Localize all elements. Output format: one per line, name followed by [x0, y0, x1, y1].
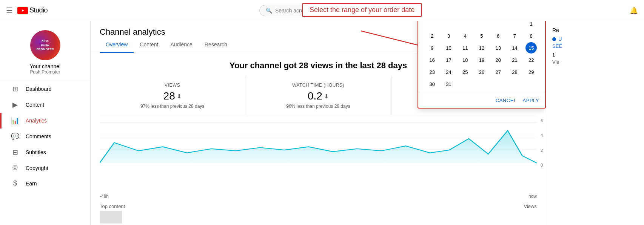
cal-day-9[interactable]: 9: [427, 42, 438, 54]
cal-day-15[interactable]: 15: [525, 42, 537, 54]
analytics-icon: 📊: [11, 116, 20, 125]
dashboard-icon: ⊞: [11, 85, 20, 93]
time-start-label: -48h: [100, 194, 109, 199]
top-content-label: Top content: [100, 204, 125, 209]
cal-day-3[interactable]: 3: [443, 30, 454, 41]
cal-day-28[interactable]: 28: [509, 66, 520, 78]
tab-audience[interactable]: Audience: [164, 37, 198, 53]
search-bar[interactable]: 🔍: [259, 5, 418, 16]
cal-day-22[interactable]: 22: [525, 54, 537, 66]
sidebar-item-comments[interactable]: 💬 Comments: [0, 129, 90, 144]
cal-day-8[interactable]: 8: [525, 30, 537, 41]
views-col-label: Views: [524, 204, 537, 209]
analytics-title: Channel analytics: [100, 27, 165, 37]
watch-time-value: 0.2 ⬇: [251, 90, 385, 102]
date-range-container: 7/15/23 – Aug 11, 2023 28 days selected …: [418, 21, 546, 109]
hamburger-icon[interactable]: ☰: [6, 6, 13, 15]
sidebar-label-earn: Earn: [26, 181, 37, 187]
cal-day-6[interactable]: 6: [493, 30, 504, 41]
cal-day-1[interactable]: 1: [525, 21, 537, 29]
views-down-icon: ⬇: [177, 93, 182, 100]
comments-icon: 💬: [11, 132, 20, 141]
cal-day-12[interactable]: 12: [476, 42, 487, 54]
cal-day-17[interactable]: 17: [443, 54, 454, 66]
cal-empty-2: [443, 21, 454, 29]
calendar: JUL 2023 S M T W T F S: [418, 21, 545, 93]
sidebar-label-analytics: Analytics: [26, 118, 47, 124]
search-input[interactable]: [275, 8, 411, 14]
sidebar-item-analytics[interactable]: 📊 Analytics: [0, 113, 90, 129]
reach-section-title: Re: [552, 27, 638, 33]
cal-day-25[interactable]: 25: [459, 66, 471, 78]
sidebar-item-copyright[interactable]: © Copyright: [0, 160, 90, 176]
cal-day-5[interactable]: 5: [476, 30, 487, 41]
cal-day-10[interactable]: 10: [443, 42, 454, 54]
cal-day-18[interactable]: 18: [459, 54, 471, 66]
top-content-thumbnail-area: [91, 209, 546, 225]
see-more-link[interactable]: SEE: [552, 43, 638, 49]
topbar: ☰ Studio 🔍 Select the range of your orde…: [0, 0, 644, 21]
tab-research[interactable]: Research: [199, 37, 233, 53]
sidebar-item-dashboard[interactable]: ⊞ Dashboard: [0, 81, 90, 97]
cal-day-2[interactable]: 2: [427, 30, 438, 41]
cancel-button[interactable]: CANCEL: [496, 98, 517, 103]
avatar-text: diScPUSHPROMOTER: [36, 39, 54, 51]
channel-handle: Push Promoter: [30, 69, 60, 75]
youtube-play-icon: [19, 8, 26, 13]
cal-day-20[interactable]: 20: [493, 54, 504, 66]
cal-day-21[interactable]: 21: [509, 54, 520, 66]
tab-content[interactable]: Content: [134, 37, 164, 53]
cal-day-4[interactable]: 4: [459, 30, 471, 41]
cal-empty-1: [427, 21, 438, 29]
time-end-label: now: [528, 194, 537, 199]
youtube-studio-logo[interactable]: Studio: [17, 6, 48, 14]
sidebar-label-dashboard: Dashboard: [26, 86, 52, 92]
cal-day-24[interactable]: 24: [443, 66, 454, 78]
subtitles-icon: ⊟: [11, 148, 20, 156]
cal-day-11[interactable]: 11: [459, 42, 471, 54]
cal-day-29[interactable]: 29: [525, 66, 537, 78]
cal-day-14[interactable]: 14: [509, 42, 520, 54]
metric-views: Views 28 ⬇ 97% less than previous 28 day…: [100, 77, 245, 115]
cal-day-23[interactable]: 23: [427, 66, 438, 78]
calendar-actions: CANCEL APPLY: [418, 93, 545, 108]
cal-day-7[interactable]: 7: [509, 30, 520, 41]
channel-info: diScPUSHPROMOTER Your channel Push Promo…: [0, 21, 90, 81]
content-icon: ▶: [11, 101, 20, 109]
sidebar-label-copyright: Copyright: [26, 165, 48, 171]
calendar-grid: S M T W T F S 1: [424, 21, 539, 90]
earn-icon: $: [11, 179, 20, 187]
notifications-icon[interactable]: 🔔: [630, 6, 638, 15]
topbar-center: 🔍: [54, 5, 624, 16]
tab-overview[interactable]: Overview: [100, 37, 134, 53]
cal-day-30[interactable]: 30: [427, 78, 438, 90]
topbar-right: 🔔: [630, 6, 638, 15]
channel-avatar: diScPUSHPROMOTER: [30, 30, 60, 60]
cal-day-19[interactable]: 19: [476, 54, 487, 66]
sidebar-label-content: Content: [26, 102, 44, 108]
reach-item-label: U: [558, 36, 562, 42]
metric-watch-time: Watch time (hours) 0.2 ⬇ 96% less than p…: [245, 77, 391, 115]
cal-day-31[interactable]: 31: [443, 78, 454, 90]
cal-day-27[interactable]: 27: [493, 66, 504, 78]
avatar-image: diScPUSHPROMOTER: [30, 30, 60, 60]
sidebar: diScPUSHPROMOTER Your channel Push Promo…: [0, 21, 91, 225]
top-content-row: Top content Views: [91, 201, 546, 209]
cal-day-16[interactable]: 16: [427, 54, 438, 66]
apply-button[interactable]: APPLY: [523, 98, 539, 103]
channel-name: Your channel: [30, 63, 60, 69]
thumbnail-placeholder: [100, 211, 122, 223]
cal-empty-4: [476, 21, 487, 29]
date-range-picker: 7/15/23 – Aug 11, 2023 28 days selected …: [418, 35, 546, 176]
views-change: 97% less than previous 28 days: [106, 104, 239, 109]
sidebar-item-earn[interactable]: $ Earn: [0, 176, 90, 191]
reach-dot: [552, 37, 556, 41]
reach-item-up: U: [552, 36, 638, 42]
sidebar-label-comments: Comments: [26, 133, 51, 139]
sidebar-item-subtitles[interactable]: ⊟ Subtitles: [0, 144, 90, 160]
watch-time-label: Watch time (hours): [251, 83, 385, 88]
cal-day-26[interactable]: 26: [476, 66, 487, 78]
sidebar-item-content[interactable]: ▶ Content: [0, 97, 90, 113]
cal-day-13[interactable]: 13: [493, 42, 504, 54]
youtube-icon: [17, 7, 28, 14]
